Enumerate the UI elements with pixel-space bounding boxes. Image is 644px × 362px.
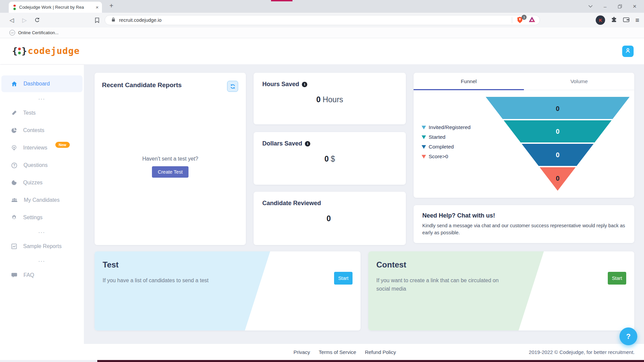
legend-item: Invited/Registered — [422, 124, 471, 130]
legend-label: Started — [429, 134, 445, 140]
funnel-value-started: 0 — [556, 128, 559, 135]
extensions-puzzle-icon[interactable] — [611, 16, 617, 24]
tab-volume[interactable]: Volume — [524, 73, 634, 90]
test-card-accent — [95, 251, 361, 330]
legend-label: Score>0 — [429, 154, 448, 160]
test-start-button[interactable]: Start — [334, 272, 353, 285]
bat-rewards-icon[interactable] — [528, 16, 536, 24]
sidebar-item-tests[interactable]: Tests — [0, 104, 84, 122]
forward-icon[interactable]: ▷ — [20, 16, 29, 24]
sidebar-item-faq[interactable]: FAQ — [0, 266, 84, 284]
sidebar-separator: ... — [0, 93, 84, 104]
sidebar-item-interviews[interactable]: Interviews New — [0, 139, 84, 157]
footer-link-terms[interactable]: Terms of Service — [319, 349, 356, 355]
info-icon[interactable]: i — [305, 141, 310, 146]
sidebar-item-settings[interactable]: Settings — [0, 209, 84, 226]
window-minimize-button[interactable]: – — [598, 0, 612, 13]
candidate-reviewed-value: 0 — [327, 214, 331, 223]
sidebar-item-label: Quizzes — [23, 180, 43, 186]
legend-label: Completed — [429, 144, 454, 150]
contest-promo-card: Contest If you want to create a link tha… — [368, 251, 634, 330]
toolbar-right-cluster: K ≡ — [596, 15, 639, 25]
sidebar-item-label: Dashboard — [23, 81, 50, 87]
refresh-icon — [230, 83, 236, 89]
footer-link-refund[interactable]: Refund Policy — [365, 349, 396, 355]
create-test-button[interactable]: Create Test — [152, 166, 189, 178]
tab-title: Codejudge Work | Recruit by Rea — [19, 5, 93, 10]
contest-card-description: If you want to create a link that can be… — [376, 277, 507, 293]
window-close-button[interactable]: × — [627, 0, 642, 13]
legend-triangle-icon — [422, 145, 426, 149]
help-fab-button[interactable]: ? — [620, 327, 637, 345]
codejudge-logo[interactable]: { } codejudge — [12, 46, 80, 56]
lock-icon — [111, 17, 116, 23]
empty-state-text: Haven't sent a test yet? — [95, 156, 246, 162]
recent-reports-title: Recent Candidate Reports — [102, 81, 238, 89]
reload-icon[interactable] — [33, 16, 42, 24]
legend-item: Score>0 — [422, 154, 471, 160]
bookmark-item[interactable]: Online Certification... — [18, 30, 59, 35]
funnel-svg: 0 0 0 0 — [486, 97, 630, 191]
svg-text:?: ? — [13, 164, 15, 167]
contest-start-button[interactable]: Start — [608, 272, 626, 285]
funnel-value-completed: 0 — [556, 151, 559, 159]
recent-candidate-reports-card: Recent Candidate Reports Haven't sent a … — [95, 73, 246, 245]
footer-link-privacy[interactable]: Privacy — [293, 349, 310, 355]
sidebar-item-my-candidates[interactable]: My Candidates — [0, 191, 84, 209]
question-circle-icon: ? — [11, 162, 17, 169]
sidebar-item-sample-reports[interactable]: Sample Reports — [0, 238, 84, 255]
funnel-value-invited: 0 — [556, 105, 559, 112]
url-bar[interactable]: recruit.codejudge.io 3 — [105, 15, 540, 25]
window-restore-button[interactable] — [612, 0, 627, 13]
sidebar-item-label: FAQ — [23, 272, 34, 278]
codejudge-favicon-icon — [13, 5, 16, 10]
bookmark-icon[interactable] — [93, 16, 101, 24]
tab-close-icon[interactable]: × — [96, 4, 99, 10]
sidebar-item-label: Settings — [23, 215, 43, 221]
user-avatar-button[interactable] — [622, 46, 634, 57]
candidate-reviewed-card: Candidate Reviewed 0 — [254, 192, 406, 245]
wallet-icon[interactable] — [623, 16, 630, 24]
funnel-volume-card: Funnel Volume Invited/Registered Started… — [414, 73, 634, 198]
shield-badge: 3 — [522, 15, 527, 20]
sidebar-item-contests[interactable]: Contests — [0, 122, 84, 139]
browser-tab-bar: Codejudge Work | Recruit by Rea × + – × — [0, 0, 644, 13]
funnel-tabs: Funnel Volume — [414, 73, 634, 90]
sidebar-item-questions[interactable]: ? Questions — [0, 157, 84, 174]
window-chevron-icon[interactable] — [583, 0, 598, 13]
funnel-chart: Invited/Registered Started Completed Sco… — [414, 90, 634, 197]
bookmarks-bar: UX Online Certification... — [0, 27, 644, 38]
sidebar-item-label: Tests — [23, 110, 36, 116]
logo-brace-right: } — [21, 46, 27, 56]
footer-copyright: 2019-2022 © Codejudge, for better recrui… — [529, 344, 635, 360]
profile-avatar[interactable]: K — [596, 15, 605, 25]
hours-saved-unit: Hours — [323, 95, 343, 104]
footer: Privacy Terms of Service Refund Policy 2… — [0, 344, 644, 360]
people-icon — [11, 197, 18, 203]
legend-item: Completed — [422, 144, 471, 150]
podcast-icon — [11, 145, 17, 151]
sidebar-item-dashboard[interactable]: Dashboard — [1, 75, 83, 92]
url-text[interactable]: recruit.codejudge.io — [119, 17, 512, 23]
test-promo-card: Test If you have a list of candidates to… — [95, 251, 361, 330]
gear-icon — [11, 215, 17, 221]
refresh-button[interactable] — [227, 81, 238, 92]
browser-menu-icon[interactable]: ≡ — [635, 16, 639, 24]
report-chart-icon — [11, 243, 17, 249]
browser-toolbar: ◁ ▷ recruit.codejudge.io 3 K — [0, 13, 644, 27]
url-bar-divider — [512, 17, 512, 23]
sidebar-item-quizzes[interactable]: Quizzes — [0, 174, 84, 191]
contest-card-title: Contest — [376, 260, 406, 269]
hours-saved-card: Hours Saved i 0Hours — [254, 73, 406, 124]
tab-funnel[interactable]: Funnel — [414, 73, 524, 90]
browser-tab[interactable]: Codejudge Work | Recruit by Rea × — [9, 2, 102, 13]
info-icon[interactable]: i — [302, 82, 307, 87]
window-bottom-edge — [97, 360, 644, 362]
new-tab-button[interactable]: + — [107, 1, 116, 11]
sidebar-item-label: My Candidates — [24, 197, 60, 203]
back-icon[interactable]: ◁ — [7, 16, 16, 24]
test-card-title: Test — [103, 260, 119, 269]
need-help-card: Need Help? Chat with us! Kindly send a m… — [414, 205, 634, 243]
legend-triangle-icon — [422, 126, 426, 129]
brave-shield-icon[interactable]: 3 — [516, 16, 524, 24]
